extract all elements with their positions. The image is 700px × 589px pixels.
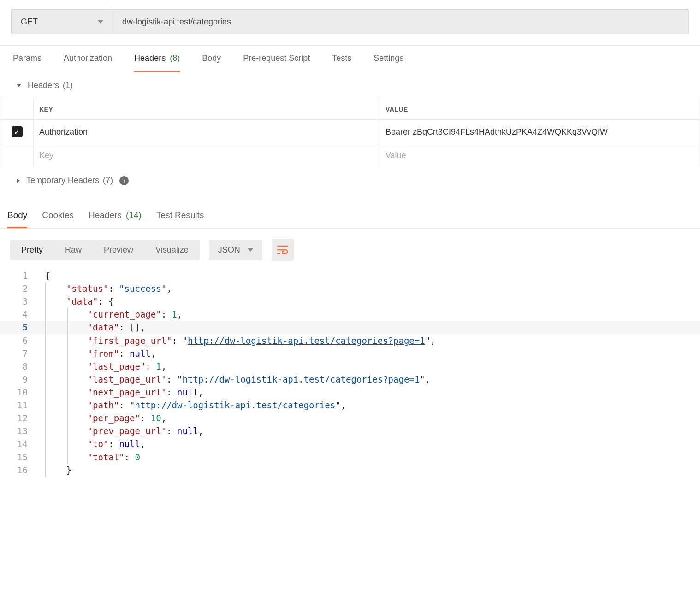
format-select[interactable]: JSON xyxy=(209,240,262,260)
request-bar: GET dw-logistik-api.test/categories xyxy=(0,0,700,46)
line-number: 1 xyxy=(0,269,41,282)
headers-section-count: (1) xyxy=(63,81,73,90)
code-line: 1{ xyxy=(0,269,700,282)
header-value-input[interactable]: Value xyxy=(380,144,700,167)
code-line: 13 "prev_page_url": null, xyxy=(0,424,700,437)
tab-settings[interactable]: Settings xyxy=(374,46,403,72)
wrap-lines-button[interactable] xyxy=(272,239,294,261)
line-number: 6 xyxy=(0,334,41,347)
tab-body[interactable]: Body xyxy=(202,46,221,72)
code-line: 15 "total": 0 xyxy=(0,451,700,464)
tab-params[interactable]: Params xyxy=(13,46,42,72)
code-line: 14 "to": null, xyxy=(0,437,700,450)
line-number: 2 xyxy=(0,282,41,295)
chevron-down-icon xyxy=(17,84,21,87)
tab-tests[interactable]: Tests xyxy=(332,46,351,72)
resp-tab-cookies[interactable]: Cookies xyxy=(42,204,74,228)
code-line: 5 "data": [], xyxy=(0,321,700,334)
line-number: 8 xyxy=(0,360,41,373)
line-number: 12 xyxy=(0,412,41,424)
response-tabs: Body Cookies Headers (14) Test Results xyxy=(0,204,700,229)
code-line: 6 "first_page_url": "http://dw-logistik-… xyxy=(0,334,700,347)
line-number: 15 xyxy=(0,451,41,464)
headers-section-toggle[interactable]: Headers (1) xyxy=(0,72,700,99)
line-number: 9 xyxy=(0,373,41,386)
response-body-toolbar: Pretty Raw Preview Visualize JSON xyxy=(0,229,700,265)
line-number: 4 xyxy=(0,308,41,321)
tab-headers[interactable]: Headers (8) xyxy=(134,46,180,72)
info-icon[interactable]: i xyxy=(119,176,129,185)
code-line: 10 "next_page_url": null, xyxy=(0,386,700,399)
header-key-cell[interactable]: Authorization xyxy=(34,120,380,144)
url-input[interactable]: dw-logistik-api.test/categories xyxy=(113,9,689,34)
temp-headers-toggle[interactable]: Temporary Headers (7) i xyxy=(0,167,700,194)
table-row-new: Key Value xyxy=(0,144,700,167)
line-number: 11 xyxy=(0,399,41,412)
headers-count-badge: (8) xyxy=(170,53,180,63)
line-number: 7 xyxy=(0,347,41,360)
code-line: 12 "per_page": 10, xyxy=(0,412,700,424)
line-number: 5 xyxy=(0,321,41,334)
chevron-down-icon xyxy=(248,248,253,252)
header-col-key: KEY xyxy=(34,99,380,120)
code-line: 16 } xyxy=(0,464,700,477)
line-number: 14 xyxy=(0,437,41,450)
temp-headers-count: (7) xyxy=(103,176,113,185)
http-method-label: GET xyxy=(21,17,38,27)
header-col-value: VALUE xyxy=(380,99,700,120)
code-line: 3 "data": { xyxy=(0,295,700,308)
code-line: 9 "last_page_url": "http://dw-logistik-a… xyxy=(0,373,700,386)
http-method-select[interactable]: GET xyxy=(11,9,113,34)
resp-tab-headers[interactable]: Headers (14) xyxy=(89,204,142,228)
request-tabs: Params Authorization Headers (8) Body Pr… xyxy=(0,46,700,72)
code-line: 4 "current_page": 1, xyxy=(0,308,700,321)
code-line: 8 "last_page": 1, xyxy=(0,360,700,373)
line-number: 16 xyxy=(0,464,41,477)
code-line: 7 "from": null, xyxy=(0,347,700,360)
wrap-icon xyxy=(277,245,288,254)
view-pretty-button[interactable]: Pretty xyxy=(10,240,54,260)
tab-prerequest[interactable]: Pre-request Script xyxy=(243,46,310,72)
chevron-right-icon xyxy=(17,178,20,183)
temp-headers-label: Temporary Headers xyxy=(26,176,99,185)
headers-section-label: Headers xyxy=(28,81,59,90)
table-row: ✓ Authorization Bearer zBqCrt3CI94FLs4HA… xyxy=(0,120,700,144)
tab-authorization[interactable]: Authorization xyxy=(64,46,112,72)
format-label: JSON xyxy=(218,245,240,255)
header-value-cell[interactable]: Bearer zBqCrt3CI94FLs4HAdtnkUzPKA4Z4WQKK… xyxy=(380,120,700,144)
url-text: dw-logistik-api.test/categories xyxy=(122,17,231,27)
line-number: 13 xyxy=(0,424,41,437)
line-number: 3 xyxy=(0,295,41,308)
response-body-code[interactable]: 1{2 "status": "success",3 "data": {4 "cu… xyxy=(0,265,700,477)
header-col-checkbox xyxy=(0,99,34,120)
view-mode-group: Pretty Raw Preview Visualize xyxy=(10,240,200,260)
resp-tab-testresults[interactable]: Test Results xyxy=(156,204,204,228)
code-line: 11 "path": "http://dw-logistik-api.test/… xyxy=(0,399,700,412)
response-headers-count-badge: (14) xyxy=(126,210,142,220)
code-line: 2 "status": "success", xyxy=(0,282,700,295)
headers-table: KEY VALUE ✓ Authorization Bearer zBqCrt3… xyxy=(0,99,700,167)
view-visualize-button[interactable]: Visualize xyxy=(144,240,200,260)
view-preview-button[interactable]: Preview xyxy=(93,240,144,260)
header-key-input[interactable]: Key xyxy=(34,144,380,167)
chevron-down-icon xyxy=(98,20,103,24)
line-number: 10 xyxy=(0,386,41,399)
row-checkbox[interactable]: ✓ xyxy=(12,126,23,137)
resp-tab-body[interactable]: Body xyxy=(7,204,27,228)
view-raw-button[interactable]: Raw xyxy=(54,240,93,260)
